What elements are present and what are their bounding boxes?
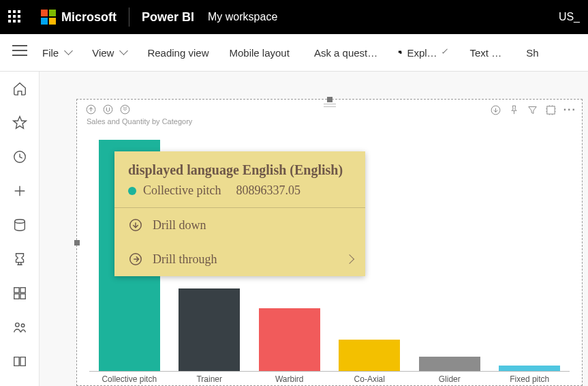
hamburger-menu-icon[interactable]	[12, 45, 27, 56]
drill-down-all-icon[interactable]	[102, 104, 114, 115]
drill-through-label: Drill through	[153, 252, 217, 267]
drill-controls	[85, 104, 131, 115]
ask-question-button[interactable]: Ask a quest…	[310, 47, 377, 59]
datapoint-tooltip: displayed language English (English) Col…	[114, 151, 365, 276]
svg-rect-9	[20, 294, 25, 299]
bar-label: Warbird	[249, 374, 330, 384]
app-launcher-icon[interactable]	[8, 10, 22, 24]
explore-menu[interactable]: Expl…	[398, 47, 445, 59]
create-icon[interactable]	[12, 183, 27, 198]
pin-icon[interactable]	[508, 104, 520, 116]
language-label: US_	[559, 11, 580, 23]
svg-rect-6	[14, 288, 18, 293]
datasets-icon[interactable]	[12, 218, 27, 233]
brand-label: Microsoft	[61, 10, 117, 25]
drill-through-action[interactable]: Drill through	[114, 242, 365, 276]
drill-through-icon	[128, 252, 143, 267]
divider	[129, 8, 129, 27]
tooltip-series-value: 80896337.05	[236, 183, 300, 198]
svg-point-11	[21, 324, 25, 327]
bar-label: Fixed pitch	[489, 374, 570, 384]
filter-icon[interactable]	[527, 104, 538, 116]
view-menu[interactable]: View	[92, 47, 127, 59]
left-rail	[0, 72, 40, 386]
bar-co-axial[interactable]	[337, 340, 402, 371]
svg-point-13	[104, 105, 112, 114]
toolbar: File View Reading view Mobile layout Ask…	[0, 34, 588, 72]
bar-label: Collective pitch	[89, 374, 170, 384]
microsoft-logo[interactable]: Microsoft	[41, 10, 117, 25]
learn-icon[interactable]	[12, 354, 27, 369]
bar-fixed-pitch[interactable]	[497, 366, 562, 371]
shared-icon[interactable]	[12, 320, 27, 335]
top-bar: Microsoft Power BI My workspace US_	[0, 0, 588, 34]
drag-grip-icon[interactable]	[324, 104, 336, 107]
recent-icon[interactable]	[12, 149, 27, 164]
goals-icon[interactable]	[12, 252, 27, 267]
more-options-icon[interactable]: ···	[563, 104, 576, 116]
drill-down-action[interactable]: Drill down	[114, 208, 365, 242]
chart-title: Sales and Quantity by Category	[87, 117, 192, 125]
drill-up-icon[interactable]	[85, 104, 97, 115]
bar-trainer[interactable]	[177, 288, 242, 371]
explore-icon	[398, 50, 403, 55]
focus-icon[interactable]	[545, 104, 557, 116]
bar-label: Glider	[409, 374, 491, 384]
svg-point-14	[121, 105, 129, 114]
visual-actions: ···	[490, 104, 576, 116]
bar-label: Co-Axial	[328, 374, 410, 384]
bar-warbird[interactable]	[257, 308, 322, 371]
apps-icon[interactable]	[12, 286, 27, 301]
resize-handle-top[interactable]	[327, 97, 332, 102]
drill-down-icon	[128, 218, 143, 233]
svg-point-5	[14, 220, 25, 224]
file-menu[interactable]: File	[42, 47, 72, 59]
tooltip-title: displayed language English (English)	[128, 162, 352, 178]
tooltip-series-name: Collective pitch	[143, 183, 221, 198]
microsoft-icon	[41, 10, 56, 25]
shapes-button[interactable]: Sh	[522, 47, 538, 59]
workspace-name[interactable]: My workspace	[208, 11, 277, 23]
svg-rect-7	[20, 288, 25, 293]
svg-rect-8	[14, 294, 18, 299]
app-name[interactable]: Power BI	[142, 10, 194, 25]
drill-down-label: Drill down	[153, 218, 206, 233]
svg-rect-16	[546, 106, 554, 113]
series-color-dot-icon	[128, 187, 136, 195]
resize-handle-left[interactable]	[74, 240, 80, 246]
home-icon[interactable]	[12, 81, 27, 96]
reading-view-button[interactable]: Reading view	[147, 47, 208, 59]
textbox-button[interactable]: Text …	[465, 47, 501, 59]
chevron-right-icon	[345, 254, 354, 264]
bar-glider[interactable]	[417, 357, 482, 371]
favorites-icon[interactable]	[12, 115, 27, 130]
mobile-layout-button[interactable]: Mobile layout	[229, 47, 289, 59]
export-icon[interactable]	[490, 104, 501, 116]
expand-icon[interactable]	[119, 104, 131, 115]
svg-point-10	[15, 323, 18, 327]
bar-label: Trainer	[168, 374, 250, 384]
